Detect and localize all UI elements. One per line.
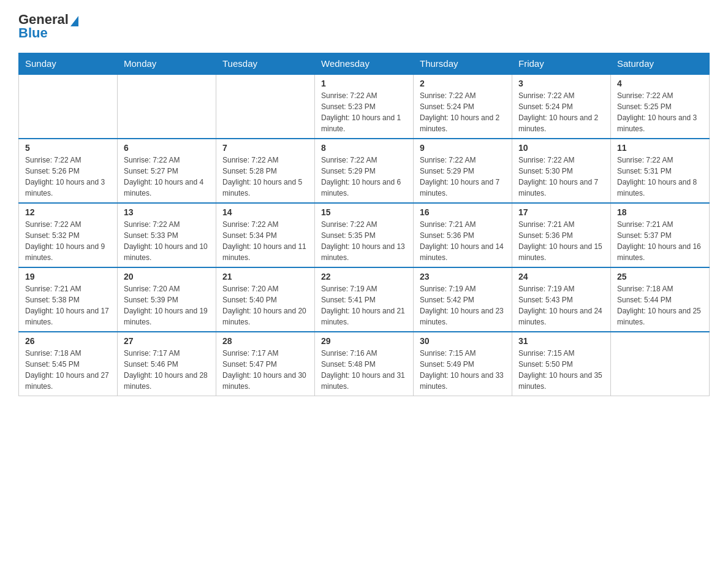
weekday-header-sunday: Sunday [19,53,118,75]
day-number: 4 [617,79,703,88]
day-number: 3 [518,79,604,88]
logo-triangle-icon [70,16,78,26]
calendar-cell: 7Sunrise: 7:22 AM Sunset: 5:28 PM Daylig… [216,139,315,203]
calendar-cell [216,74,315,139]
calendar-cell: 18Sunrise: 7:21 AM Sunset: 5:37 PM Dayli… [611,203,710,267]
day-info: Sunrise: 7:22 AM Sunset: 5:34 PM Dayligh… [222,219,308,263]
day-info: Sunrise: 7:22 AM Sunset: 5:23 PM Dayligh… [321,90,407,134]
calendar-cell: 6Sunrise: 7:22 AM Sunset: 5:27 PM Daylig… [118,139,216,203]
day-number: 9 [420,143,506,153]
calendar-cell: 24Sunrise: 7:19 AM Sunset: 5:43 PM Dayli… [512,267,611,332]
calendar-week-4: 19Sunrise: 7:21 AM Sunset: 5:38 PM Dayli… [19,267,710,332]
weekday-header-monday: Monday [118,53,216,75]
day-number: 29 [321,336,407,346]
day-number: 22 [321,272,407,282]
day-info: Sunrise: 7:20 AM Sunset: 5:40 PM Dayligh… [222,283,308,327]
day-info: Sunrise: 7:21 AM Sunset: 5:38 PM Dayligh… [25,283,111,327]
calendar-cell: 30Sunrise: 7:15 AM Sunset: 5:49 PM Dayli… [414,332,512,396]
calendar-body: 1Sunrise: 7:22 AM Sunset: 5:23 PM Daylig… [19,74,710,396]
calendar-cell: 27Sunrise: 7:17 AM Sunset: 5:46 PM Dayli… [118,332,216,396]
day-number: 30 [420,336,506,346]
day-info: Sunrise: 7:22 AM Sunset: 5:25 PM Dayligh… [617,90,703,134]
calendar-cell: 9Sunrise: 7:22 AM Sunset: 5:29 PM Daylig… [414,139,512,203]
day-number: 10 [518,143,604,153]
day-number: 17 [518,207,604,217]
calendar-cell: 21Sunrise: 7:20 AM Sunset: 5:40 PM Dayli… [216,267,315,332]
calendar-cell: 8Sunrise: 7:22 AM Sunset: 5:29 PM Daylig… [315,139,414,203]
day-number: 13 [124,207,210,217]
day-number: 16 [420,207,506,217]
calendar-week-5: 26Sunrise: 7:18 AM Sunset: 5:45 PM Dayli… [19,332,710,396]
day-info: Sunrise: 7:19 AM Sunset: 5:43 PM Dayligh… [518,283,604,327]
day-number: 23 [420,272,506,282]
day-info: Sunrise: 7:21 AM Sunset: 5:36 PM Dayligh… [518,219,604,263]
day-number: 11 [617,143,703,153]
logo: General Blue [18,12,78,40]
weekday-header-saturday: Saturday [611,53,710,75]
day-info: Sunrise: 7:16 AM Sunset: 5:48 PM Dayligh… [321,348,407,392]
calendar-cell: 29Sunrise: 7:16 AM Sunset: 5:48 PM Dayli… [315,332,414,396]
day-number: 6 [124,143,210,153]
weekday-header-friday: Friday [512,53,611,75]
day-info: Sunrise: 7:22 AM Sunset: 5:24 PM Dayligh… [518,90,604,134]
calendar-cell [19,74,118,139]
day-number: 7 [222,143,308,153]
logo-text-blue: Blue [18,26,48,40]
day-info: Sunrise: 7:17 AM Sunset: 5:46 PM Dayligh… [124,348,210,392]
day-number: 8 [321,143,407,153]
calendar-cell: 11Sunrise: 7:22 AM Sunset: 5:31 PM Dayli… [611,139,710,203]
day-info: Sunrise: 7:22 AM Sunset: 5:26 PM Dayligh… [25,155,111,199]
calendar-cell: 13Sunrise: 7:22 AM Sunset: 5:33 PM Dayli… [118,203,216,267]
day-info: Sunrise: 7:22 AM Sunset: 5:27 PM Dayligh… [124,155,210,199]
day-number: 5 [25,143,111,153]
calendar-cell: 17Sunrise: 7:21 AM Sunset: 5:36 PM Dayli… [512,203,611,267]
calendar-cell: 20Sunrise: 7:20 AM Sunset: 5:39 PM Dayli… [118,267,216,332]
calendar-week-3: 12Sunrise: 7:22 AM Sunset: 5:32 PM Dayli… [19,203,710,267]
day-info: Sunrise: 7:22 AM Sunset: 5:30 PM Dayligh… [518,155,604,199]
day-info: Sunrise: 7:22 AM Sunset: 5:29 PM Dayligh… [420,155,506,199]
calendar-cell: 25Sunrise: 7:18 AM Sunset: 5:44 PM Dayli… [611,267,710,332]
day-number: 26 [25,336,111,346]
calendar-cell: 19Sunrise: 7:21 AM Sunset: 5:38 PM Dayli… [19,267,118,332]
day-info: Sunrise: 7:21 AM Sunset: 5:37 PM Dayligh… [617,219,703,263]
day-info: Sunrise: 7:18 AM Sunset: 5:44 PM Dayligh… [617,283,703,327]
calendar-header: SundayMondayTuesdayWednesdayThursdayFrid… [19,53,710,75]
day-info: Sunrise: 7:22 AM Sunset: 5:28 PM Dayligh… [222,155,308,199]
weekday-header-wednesday: Wednesday [315,53,414,75]
day-number: 19 [25,272,111,282]
day-number: 28 [222,336,308,346]
calendar-week-2: 5Sunrise: 7:22 AM Sunset: 5:26 PM Daylig… [19,139,710,203]
calendar-table: SundayMondayTuesdayWednesdayThursdayFrid… [18,53,710,396]
weekday-header-tuesday: Tuesday [216,53,315,75]
day-info: Sunrise: 7:19 AM Sunset: 5:41 PM Dayligh… [321,283,407,327]
calendar-cell: 16Sunrise: 7:21 AM Sunset: 5:36 PM Dayli… [414,203,512,267]
calendar-cell: 15Sunrise: 7:22 AM Sunset: 5:35 PM Dayli… [315,203,414,267]
day-info: Sunrise: 7:22 AM Sunset: 5:31 PM Dayligh… [617,155,703,199]
day-info: Sunrise: 7:21 AM Sunset: 5:36 PM Dayligh… [420,219,506,263]
calendar-cell [118,74,216,139]
calendar-cell: 31Sunrise: 7:15 AM Sunset: 5:50 PM Dayli… [512,332,611,396]
calendar-week-1: 1Sunrise: 7:22 AM Sunset: 5:23 PM Daylig… [19,74,710,139]
day-number: 2 [420,79,506,88]
day-number: 1 [321,79,407,88]
day-number: 31 [518,336,604,346]
day-number: 15 [321,207,407,217]
day-info: Sunrise: 7:17 AM Sunset: 5:47 PM Dayligh… [222,348,308,392]
day-info: Sunrise: 7:15 AM Sunset: 5:49 PM Dayligh… [420,348,506,392]
day-info: Sunrise: 7:22 AM Sunset: 5:29 PM Dayligh… [321,155,407,199]
day-info: Sunrise: 7:22 AM Sunset: 5:24 PM Dayligh… [420,90,506,134]
day-info: Sunrise: 7:22 AM Sunset: 5:33 PM Dayligh… [124,219,210,263]
calendar-cell: 23Sunrise: 7:19 AM Sunset: 5:42 PM Dayli… [414,267,512,332]
calendar-cell: 4Sunrise: 7:22 AM Sunset: 5:25 PM Daylig… [611,74,710,139]
day-number: 14 [222,207,308,217]
calendar-cell: 10Sunrise: 7:22 AM Sunset: 5:30 PM Dayli… [512,139,611,203]
calendar-cell: 12Sunrise: 7:22 AM Sunset: 5:32 PM Dayli… [19,203,118,267]
calendar-cell: 14Sunrise: 7:22 AM Sunset: 5:34 PM Dayli… [216,203,315,267]
day-info: Sunrise: 7:19 AM Sunset: 5:42 PM Dayligh… [420,283,506,327]
day-info: Sunrise: 7:20 AM Sunset: 5:39 PM Dayligh… [124,283,210,327]
calendar-cell: 22Sunrise: 7:19 AM Sunset: 5:41 PM Dayli… [315,267,414,332]
calendar-cell [611,332,710,396]
day-number: 27 [124,336,210,346]
day-info: Sunrise: 7:22 AM Sunset: 5:32 PM Dayligh… [25,219,111,263]
calendar-cell: 28Sunrise: 7:17 AM Sunset: 5:47 PM Dayli… [216,332,315,396]
